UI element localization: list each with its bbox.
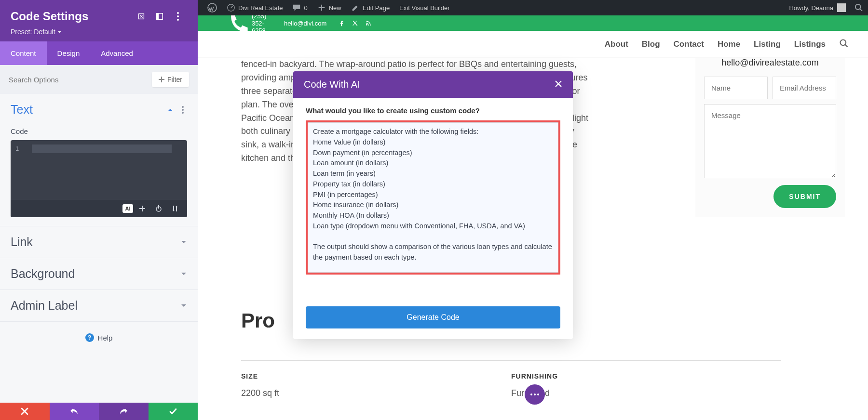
phone-text: (255) 352-6258	[252, 13, 272, 34]
message-field[interactable]	[704, 104, 836, 178]
section-link-title: Link	[11, 235, 180, 249]
wp-admin-bar: Divi Real Estate 0 New Edit Page Exit Vi…	[198, 0, 868, 15]
x-icon[interactable]	[352, 20, 358, 26]
exit-vb-link[interactable]: Exit Visual Builder	[394, 0, 455, 15]
svg-rect-16	[158, 205, 159, 209]
svg-point-12	[182, 106, 184, 108]
name-field[interactable]	[704, 77, 768, 99]
kebab-button[interactable]	[169, 9, 187, 24]
furnishing-value: Furnished	[511, 387, 781, 400]
ai-textarea-highlight	[306, 120, 560, 275]
section-text: Text Code 1 AI	[0, 94, 198, 226]
expand-button[interactable]	[132, 9, 150, 24]
new-label: New	[329, 4, 341, 12]
furnishing-label: FURNISHING	[511, 371, 781, 382]
generate-code-button[interactable]: Generate Code	[306, 306, 560, 328]
tab-advanced[interactable]: Advanced	[90, 41, 144, 65]
search-input[interactable]	[9, 76, 152, 84]
chevron-up-icon	[167, 106, 174, 113]
ai-prompt-input[interactable]	[308, 122, 558, 273]
new-link[interactable]: New	[312, 0, 346, 15]
section-admin-label-header[interactable]: Admin Label	[0, 290, 198, 321]
undo-button[interactable]	[50, 403, 99, 420]
chevron-down-icon	[180, 271, 187, 277]
chevron-down-icon	[57, 30, 62, 34]
avatar[interactable]	[837, 3, 846, 12]
code-toolbar: AI	[11, 200, 187, 217]
nav-about[interactable]: About	[605, 39, 628, 49]
nav-listings[interactable]: Listings	[794, 39, 826, 49]
wp-logo[interactable]	[203, 0, 222, 15]
edit-page-label: Edit Page	[363, 4, 390, 12]
ai-button[interactable]: AI	[122, 204, 133, 213]
main-nav: About Blog Contact Home Listing Listings	[198, 31, 868, 58]
add-button[interactable]	[135, 202, 149, 215]
save-button[interactable]	[149, 403, 198, 420]
search-icon[interactable]	[854, 3, 863, 12]
power-icon	[155, 205, 163, 212]
filter-button[interactable]: Filter	[152, 72, 189, 87]
section-text-header[interactable]: Text	[0, 94, 198, 125]
comment-icon	[292, 3, 301, 12]
site-name: Divi Real Estate	[238, 4, 283, 12]
redo-button[interactable]	[99, 403, 149, 420]
email-field[interactable]	[773, 77, 836, 99]
plus-icon	[159, 77, 164, 82]
submit-button[interactable]: SUBMIT	[773, 185, 836, 208]
size-value: 2200 sq ft	[241, 387, 511, 400]
code-editor[interactable]: 1 AI	[11, 140, 187, 217]
site-link[interactable]: Divi Real Estate	[222, 0, 287, 15]
nav-home[interactable]: Home	[718, 39, 740, 49]
nav-blog[interactable]: Blog	[642, 39, 660, 49]
svg-point-5	[841, 39, 846, 45]
comments-link[interactable]: 0	[287, 0, 312, 15]
rss-icon[interactable]	[365, 20, 372, 26]
nav-listing[interactable]: Listing	[754, 39, 781, 49]
tab-design[interactable]: Design	[47, 41, 91, 65]
undo-icon	[70, 407, 79, 416]
section-link-header[interactable]: Link	[0, 226, 198, 258]
settings-tabs: Content Design Advanced	[0, 41, 198, 65]
redo-icon	[119, 407, 128, 416]
preset-label: Preset: Default	[11, 28, 55, 36]
cancel-button[interactable]	[0, 403, 50, 420]
tab-content[interactable]: Content	[0, 41, 47, 65]
check-icon	[169, 407, 177, 416]
facebook-icon[interactable]	[338, 20, 345, 26]
snap-button[interactable]	[150, 9, 169, 24]
collapse-button[interactable]	[167, 106, 174, 113]
chevron-down-icon	[180, 239, 187, 246]
search-row: Filter	[0, 65, 198, 94]
power-button[interactable]	[151, 202, 166, 215]
preset-dropdown[interactable]: Preset: Default	[11, 28, 187, 36]
help-label: Help	[98, 334, 113, 342]
help-link[interactable]: ? Help	[0, 322, 198, 354]
section-link: Link	[0, 226, 198, 258]
section-more[interactable]	[178, 105, 187, 114]
ai-modal: Code With AI What would you like to crea…	[293, 71, 573, 339]
ai-modal-header[interactable]: Code With AI	[293, 71, 573, 98]
comments-count: 0	[304, 4, 307, 12]
contact-card: hello@divirealestate.com SUBMIT	[695, 58, 845, 217]
close-button[interactable]	[555, 79, 562, 90]
svg-point-10	[177, 15, 179, 17]
sort-button[interactable]	[168, 202, 182, 215]
section-text-title: Text	[11, 103, 167, 117]
section-admin-label: Admin Label	[0, 290, 198, 322]
section-background-header[interactable]: Background	[0, 258, 198, 289]
howdy-text[interactable]: Howdy, Deanna	[789, 4, 833, 12]
panel-icon	[155, 12, 164, 21]
expand-icon	[137, 12, 146, 21]
wordpress-icon	[207, 3, 217, 13]
edit-page-link[interactable]: Edit Page	[346, 0, 394, 15]
chevron-down-icon	[180, 302, 187, 309]
exit-vb-label: Exit Visual Builder	[399, 4, 450, 12]
settings-actions	[0, 403, 198, 420]
nav-search-button[interactable]	[839, 39, 849, 50]
close-icon	[20, 407, 29, 416]
email[interactable]: hello@divi.com	[281, 20, 326, 27]
builder-fab[interactable]	[525, 384, 545, 405]
nav-contact[interactable]: Contact	[674, 39, 704, 49]
svg-rect-8	[157, 13, 159, 20]
active-line	[32, 144, 172, 153]
